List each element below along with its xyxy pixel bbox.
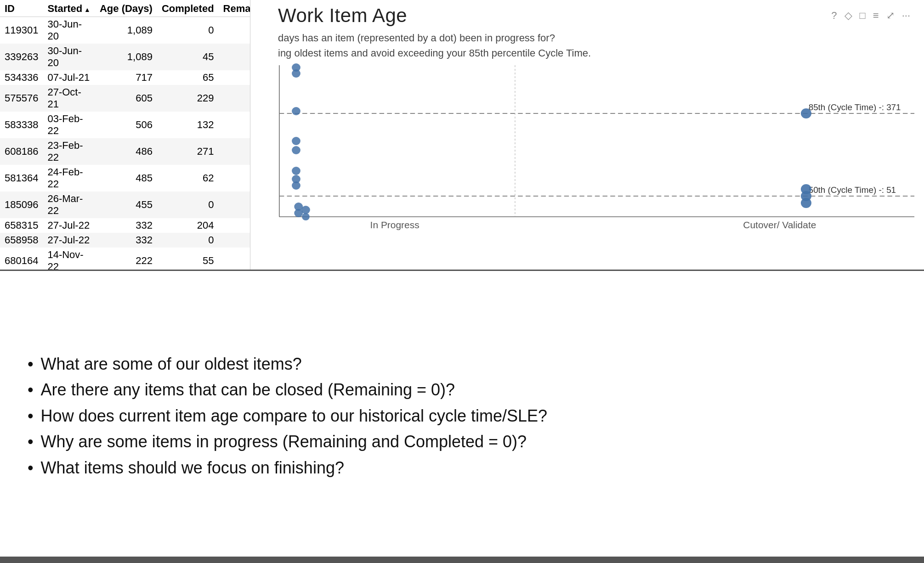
expand-icon[interactable]: ⤢ [886,10,895,22]
bullet-dot: • [28,430,34,453]
bullet-text: Are there any items that can be closed (… [41,378,455,401]
svg-point-7 [292,69,300,78]
cell-remaining: 0 [219,191,250,218]
cell-remaining: 4 [219,17,250,44]
subtitle-line2: ing oldest items and avoid exceeding you… [278,45,924,61]
copy-icon[interactable]: □ [860,10,866,22]
cell-remaining: 20 [219,70,250,85]
bullet-item: • Are there any items that can be closed… [28,378,896,401]
cell-started: 23-Feb-22 [43,138,95,165]
cell-remaining: 119 [219,112,250,138]
cell-completed: 55 [157,248,219,270]
bullet-item: • Why are some items in progress (Remain… [28,430,896,453]
bullet-item: • What items should we focus on finishin… [28,456,896,479]
cell-age: 332 [95,218,157,233]
cell-started: 27-Jul-22 [43,233,95,248]
table-row[interactable]: 534336 07-Jul-21 717 65 20 [0,70,250,85]
cell-id: 658315 [0,218,43,233]
cell-age: 332 [95,233,157,248]
table-panel: ID Started Age (Days) Completed Remainin… [0,0,250,270]
svg-point-8 [292,137,300,145]
svg-point-21 [801,198,811,208]
cell-started: 30-Jun-20 [43,44,95,70]
bullet-dot: • [28,378,34,401]
cell-completed: 271 [157,138,219,165]
cell-age: 506 [95,112,157,138]
cell-started: 07-Jul-21 [43,70,95,85]
svg-point-16 [294,209,303,217]
cell-id: 185096 [0,191,43,218]
cell-started: 14-Nov-22 [43,248,95,270]
bullet-text: What items should we focus on finishing? [41,456,344,479]
cell-remaining: 4 [219,248,250,270]
table-row[interactable]: 581364 24-Feb-22 485 62 14 [0,165,250,191]
cell-completed: 45 [157,44,219,70]
cell-id: 339263 [0,44,43,70]
pin-icon[interactable]: ◇ [845,10,852,22]
bullet-dot: • [28,456,34,479]
cell-remaining: 16 [219,44,250,70]
scatter-chart: 85th (Cycle Time) -: 371 50th (Cycle Tim… [250,61,924,231]
filter-icon[interactable]: ≡ [873,10,879,22]
svg-point-13 [292,107,300,115]
svg-point-18 [801,108,811,118]
cell-age: 1,089 [95,44,157,70]
table-row[interactable]: 658315 27-Jul-22 332 204 25 [0,218,250,233]
svg-point-9 [292,146,300,154]
table-row[interactable]: 339263 30-Jun-20 1,089 45 16 [0,44,250,70]
cell-completed: 62 [157,165,219,191]
table-row[interactable]: 658958 27-Jul-22 332 0 0 [0,233,250,248]
col-id[interactable]: ID [0,0,43,17]
cell-id: 680164 [0,248,43,270]
cell-started: 03-Feb-22 [43,112,95,138]
table-row[interactable]: 608186 23-Feb-22 486 271 9 [0,138,250,165]
cell-started: 30-Jun-20 [43,17,95,44]
cell-remaining: 14 [219,165,250,191]
col-completed[interactable]: Completed [157,0,219,17]
table-row[interactable]: 575576 27-Oct-21 605 229 35 [0,85,250,112]
table-row[interactable]: 119301 30-Jun-20 1,089 0 4 [0,17,250,44]
cell-age: 222 [95,248,157,270]
table-row[interactable]: 583338 03-Feb-22 506 132 119 [0,112,250,138]
table-row[interactable]: 185096 26-Mar-22 455 0 0 [0,191,250,218]
svg-text:85th (Cycle Time) -: 371: 85th (Cycle Time) -: 371 [809,102,901,112]
bullet-text: How does current item age compare to our… [41,405,547,428]
col-remaining[interactable]: Remaining [219,0,250,17]
bullet-dot: • [28,405,34,428]
cell-started: 26-Mar-22 [43,191,95,218]
col-started[interactable]: Started [43,0,95,17]
cell-completed: 229 [157,85,219,112]
chart-panel: Work Item Age ? ◇ □ ≡ ⤢ ··· days has an … [250,0,924,270]
cell-age: 717 [95,70,157,85]
cell-completed: 65 [157,70,219,85]
chart-subtitle: days has an item (represented by a dot) … [250,27,924,61]
cell-remaining: 0 [219,233,250,248]
chart-title: Work Item Age [278,5,407,27]
chart-header: Work Item Age ? ◇ □ ≡ ⤢ ··· [250,5,924,27]
table-row[interactable]: 680164 14-Nov-22 222 55 4 [0,248,250,270]
cell-id: 119301 [0,17,43,44]
col-age[interactable]: Age (Days) [95,0,157,17]
cell-completed: 132 [157,112,219,138]
chart-area: 85th (Cycle Time) -: 371 50th (Cycle Tim… [250,61,924,231]
bottom-bar [0,557,924,563]
bullet-text: What are some of our oldest items? [41,353,302,376]
svg-text:In Progress: In Progress [370,220,419,230]
cell-id: 583338 [0,112,43,138]
cell-completed: 204 [157,218,219,233]
more-icon[interactable]: ··· [902,10,910,22]
cell-id: 534336 [0,70,43,85]
cell-id: 581364 [0,165,43,191]
svg-point-10 [292,167,300,175]
svg-text:50th (Cycle Time) -: 51: 50th (Cycle Time) -: 51 [809,185,896,195]
cell-age: 1,089 [95,17,157,44]
cell-remaining: 25 [219,218,250,233]
cell-completed: 0 [157,191,219,218]
cell-age: 605 [95,85,157,112]
svg-point-17 [302,213,310,220]
bullet-item: • What are some of our oldest items? [28,353,896,376]
bullet-dot: • [28,353,34,376]
help-icon[interactable]: ? [831,10,837,22]
svg-text:Cutover/ Validate: Cutover/ Validate [743,220,816,230]
work-items-table: ID Started Age (Days) Completed Remainin… [0,0,250,270]
